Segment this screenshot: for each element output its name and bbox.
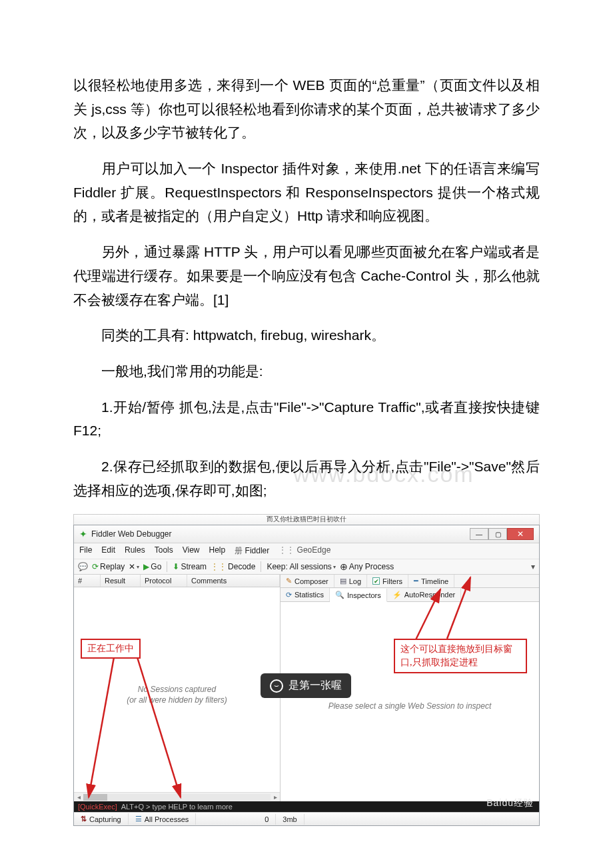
fiddler-screenshot: 而又你牡政猫巴时目初吹什 ✦ Fiddler Web Debugger — ▢ … — [73, 514, 540, 826]
comment-icon[interactable]: 💬 — [78, 562, 88, 571]
paragraph-6: 1.开始/暂停 抓包,法是,点击"File"->"Capture Traffic… — [73, 395, 540, 443]
status-all-processes[interactable]: ☰All Processes — [129, 813, 197, 825]
minimize-button[interactable]: — — [470, 528, 488, 540]
horizontal-scrollbar[interactable]: ◂▸ — [74, 792, 280, 801]
log-icon: ▤ — [340, 577, 346, 585]
no-sessions-message: No Sessions captured (or all were hidden… — [127, 683, 227, 706]
status-capturing[interactable]: ⇅Capturing — [74, 813, 129, 825]
quickexec-bar[interactable]: [QuickExec] ALT+Q > type HELP to learn m… — [74, 801, 539, 812]
statistics-icon: ⟳ — [286, 591, 292, 599]
inspectors-icon: 🔍 — [335, 591, 344, 599]
tab-log[interactable]: ▤Log — [334, 575, 367, 587]
quickexec-hint: ALT+Q > type HELP to learn more — [121, 803, 233, 811]
paragraph-5: 一般地,我们常用的功能是: — [73, 359, 540, 383]
go-button[interactable]: ▶ Go — [143, 562, 161, 571]
smile-icon: ⌣ — [270, 679, 283, 693]
menu-view[interactable]: View — [183, 545, 200, 557]
tab-inspectors[interactable]: 🔍Inspectors — [330, 589, 387, 602]
sessions-pane: # Result Protocol Comments No Sessions c… — [74, 575, 281, 801]
window-titlebar: ✦ Fiddler Web Debugger — ▢ ✕ — [74, 525, 539, 543]
tab-timeline[interactable]: ━Timeline — [408, 575, 454, 587]
menu-file[interactable]: File — [79, 545, 92, 557]
outer-titlebar: 而又你牡政猫巴时目初吹什 — [73, 514, 540, 525]
stream-button[interactable]: ⬇ Stream — [173, 562, 207, 571]
timeline-icon: ━ — [414, 577, 418, 585]
keep-sessions-dropdown[interactable]: Keep: All sessions ▾ — [267, 562, 335, 571]
paragraph-4: 同类的工具有: httpwatch, firebug, wireshark。 — [73, 323, 540, 347]
all-processes-icon: ☰ — [135, 815, 142, 823]
remove-button[interactable]: ✕▾ — [129, 562, 139, 571]
menu-help[interactable]: Help — [209, 545, 226, 557]
any-process-button[interactable]: ⊕ Any Process — [340, 561, 394, 572]
menu-bar: File Edit Rules Tools View Help Fiddler … — [74, 543, 539, 559]
maximize-button[interactable]: ▢ — [488, 528, 507, 540]
status-memory: 3mb — [276, 814, 304, 825]
autoresponder-icon: ⚡ — [392, 591, 402, 599]
decode-button[interactable]: ⋮⋮ Decode — [211, 562, 255, 571]
menu-tools[interactable]: Tools — [155, 545, 173, 557]
callout-any-process: 这个可以直接拖放到目标窗口,只抓取指定进程 — [394, 639, 527, 673]
menu-rules[interactable]: Rules — [125, 545, 145, 557]
paragraph-3: 另外，通过暴露 HTTP 头，用户可以看见哪些页面被允在客户端或者是代理端进行缓… — [73, 240, 540, 311]
col-number[interactable]: # — [74, 575, 101, 587]
col-protocol[interactable]: Protocol — [141, 575, 187, 587]
status-count: 0 — [196, 814, 276, 825]
inspect-placeholder-text: Please select a single Web Session to in… — [328, 701, 492, 711]
tab-statistics[interactable]: ⟳Statistics — [281, 588, 330, 601]
baidu-watermark: Baidu经验 — [486, 797, 534, 809]
filters-checkbox-icon: ✔ — [372, 577, 380, 585]
menu-edit[interactable]: Edit — [101, 545, 115, 557]
capturing-icon: ⇅ — [81, 815, 87, 823]
paragraph-2: 用户可以加入一个 Inspector 插件对象，来使用.net 下的任语言来编写… — [73, 157, 540, 228]
toolbar-overflow-icon[interactable]: ▾ — [531, 562, 535, 571]
quickexec-label: [QuickExec] — [78, 803, 117, 811]
baidu-tooltip: ⌣ 是第一张喔 — [261, 673, 351, 698]
replay-button[interactable]: ⟳ Replay — [92, 562, 125, 571]
toolbar: 💬 ⟳ Replay ✕▾ ▶ Go ⬇ Stream ⋮⋮ Decode Ke… — [74, 559, 539, 575]
tab-filters[interactable]: ✔Filters — [367, 575, 408, 587]
paragraph-7: 2.保存已经抓取到的数据包,便以后再导入分析,点击"File"->"Save"然… — [73, 455, 540, 502]
col-result[interactable]: Result — [101, 575, 141, 587]
sessions-grid-header: # Result Protocol Comments — [74, 575, 280, 587]
callout-capturing: 正在工作中 — [81, 639, 141, 659]
paragraph-1: 以很轻松地使用多选，来得到一个 WEB 页面的“总重量”（页面文件以及相关 js… — [73, 73, 540, 145]
tab-autoresponder[interactable]: ⚡AutoResponder — [387, 588, 461, 601]
menu-geoedge[interactable]: GeoEdge — [279, 545, 330, 557]
col-comments[interactable]: Comments — [187, 575, 280, 587]
menu-delete-fiddler[interactable]: Fiddler — [235, 545, 269, 557]
window-title: Fiddler Web Debugger — [91, 529, 172, 539]
tab-composer[interactable]: ✎Composer — [281, 575, 334, 587]
composer-icon: ✎ — [286, 577, 292, 585]
close-button[interactable]: ✕ — [507, 528, 534, 540]
fiddler-app-icon: ✦ — [79, 529, 87, 539]
status-bar: ⇅Capturing ☰All Processes 0 3mb — [74, 812, 539, 825]
